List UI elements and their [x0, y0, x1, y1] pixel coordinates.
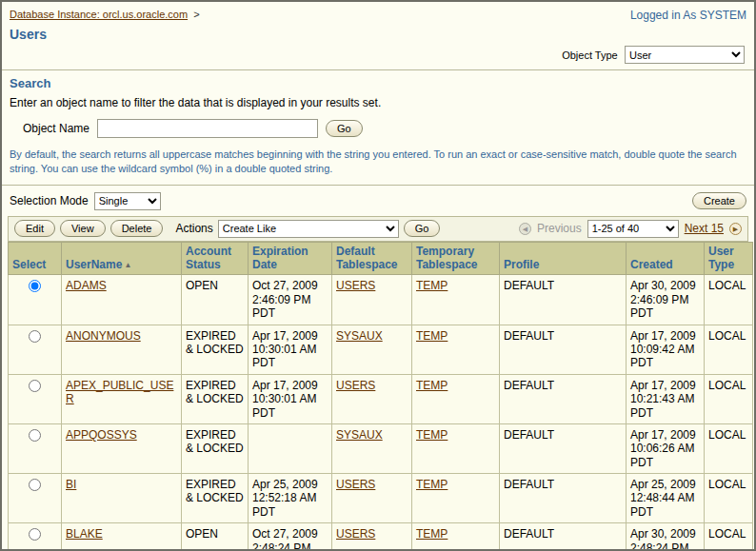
breadcrumb-database-instance-link[interactable]: Database Instance: orcl.us.oracle.com [10, 9, 188, 20]
cell-user-type: LOCAL [705, 325, 753, 374]
default-tablespace-link[interactable]: USERS [336, 527, 375, 541]
default-tablespace-link[interactable]: SYSAUX [336, 428, 383, 442]
object-type-label: Object Type [562, 49, 618, 61]
cell-username: APEX_PUBLIC_USER [62, 374, 182, 423]
search-description: Enter an object name to filter the data … [10, 96, 746, 109]
object-name-row: Object Name Go [10, 119, 746, 138]
delete-button[interactable]: Delete [110, 220, 164, 237]
cell-profile: DEFAULT [500, 374, 627, 423]
temporary-tablespace-link[interactable]: TEMP [416, 478, 448, 491]
cell-account-status: EXPIRED & LOCKED [182, 374, 249, 423]
cell-user-type: LOCAL [705, 523, 753, 551]
cell-temporary-tablespace: TEMP [412, 423, 500, 473]
cell-user-type: LOCAL [705, 374, 753, 423]
default-tablespace-link[interactable]: USERS [336, 478, 375, 491]
username-link[interactable]: BI [66, 478, 76, 491]
header-temporary-tablespace: Temporary Tablespace [412, 242, 500, 275]
object-type-row: Object Type User [2, 46, 754, 69]
row-select-radio[interactable] [29, 380, 41, 392]
cell-account-status: OPEN [182, 275, 249, 325]
row-select-radio[interactable] [29, 528, 41, 541]
table-header-row: Select UserName▲ Account Status Expirati… [9, 242, 753, 275]
cell-expiration-date: Apr 17, 2009 10:30:01 AM PDT [249, 374, 332, 423]
table-row: ANONYMOUS EXPIRED & LOCKED Apr 17, 2009 … [9, 325, 753, 374]
username-link[interactable]: APEX_PUBLIC_USER [66, 379, 173, 405]
actions-select[interactable]: Create Like [218, 220, 399, 238]
default-tablespace-link[interactable]: SYSAUX [336, 329, 383, 343]
next-page-link[interactable]: Next 15 [685, 222, 724, 235]
cell-default-tablespace: SYSAUX [332, 325, 412, 374]
default-tablespace-link[interactable]: USERS [336, 379, 375, 392]
cell-profile: DEFAULT [500, 523, 627, 551]
cell-created: Apr 17, 2009 10:06:26 AM PDT [627, 423, 705, 473]
cell-temporary-tablespace: TEMP [412, 523, 500, 551]
cell-profile: DEFAULT [500, 474, 627, 523]
header-username-label: UserName [66, 258, 122, 271]
cell-default-tablespace: USERS [332, 523, 412, 551]
search-section: Search Enter an object name to filter th… [2, 70, 754, 185]
temporary-tablespace-link[interactable]: TEMP [416, 428, 448, 442]
top-bar: Database Instance: orcl.us.oracle.com > … [2, 2, 754, 24]
cell-account-status: EXPIRED & LOCKED [182, 325, 249, 374]
view-button[interactable]: View [60, 220, 106, 237]
cell-account-status: EXPIRED & LOCKED [182, 474, 249, 523]
cell-user-type: LOCAL [705, 275, 753, 325]
username-link[interactable]: BLAKE [66, 527, 103, 541]
cell-select [9, 374, 62, 423]
next-page-icon[interactable]: ▶ [729, 223, 742, 235]
table-row: BLAKE OPEN Oct 27, 2009 2:48:24 PM PDT U… [9, 523, 753, 551]
row-select-radio[interactable] [29, 479, 41, 491]
selection-mode-row: Selection Mode Single Create [2, 186, 754, 216]
username-link[interactable]: ADAMS [66, 279, 107, 292]
cell-user-type: LOCAL [705, 423, 753, 473]
cell-expiration-date [249, 423, 332, 473]
selection-mode-label: Selection Mode [10, 194, 89, 207]
username-link[interactable]: APPQOSSYS [66, 428, 137, 442]
cell-username: ANONYMOUS [62, 325, 182, 374]
temporary-tablespace-link[interactable]: TEMP [416, 329, 448, 343]
table-row: ADAMS OPEN Oct 27, 2009 2:46:09 PM PDT U… [9, 275, 753, 325]
search-hint-text: By default, the search returns all upper… [10, 148, 746, 177]
cell-created: Apr 30, 2009 2:48:24 PM PDT [627, 523, 705, 551]
selection-mode-select[interactable]: Single [94, 192, 161, 210]
cell-expiration-date: Apr 17, 2009 10:30:01 AM PDT [249, 325, 332, 374]
default-tablespace-link[interactable]: USERS [336, 279, 375, 292]
temporary-tablespace-link[interactable]: TEMP [416, 279, 448, 292]
cell-profile: DEFAULT [500, 275, 627, 325]
edit-button[interactable]: Edit [14, 220, 55, 237]
record-range-select[interactable]: 1-25 of 40 [587, 220, 679, 238]
cell-created: Apr 17, 2009 10:21:43 AM PDT [627, 374, 705, 423]
row-select-radio[interactable] [29, 330, 41, 343]
header-default-tablespace: Default Tablespace [332, 242, 412, 275]
cell-expiration-date: Apr 25, 2009 12:52:18 AM PDT [249, 474, 332, 523]
header-profile: Profile [500, 242, 627, 275]
header-select: Select [9, 242, 62, 275]
actions-go-button[interactable]: Go [404, 220, 441, 237]
cell-username: BI [62, 474, 182, 523]
page-title: Users [2, 24, 754, 46]
cell-default-tablespace: USERS [332, 275, 412, 325]
cell-username: BLAKE [62, 523, 182, 551]
cell-select [9, 474, 62, 523]
cell-profile: DEFAULT [500, 325, 627, 374]
header-user-type: User Type [705, 242, 753, 275]
logged-in-as-text: Logged in As SYSTEM [630, 9, 746, 22]
cell-temporary-tablespace: TEMP [412, 275, 500, 325]
temporary-tablespace-link[interactable]: TEMP [416, 379, 448, 392]
row-select-radio[interactable] [29, 429, 41, 442]
object-type-select[interactable]: User [625, 46, 745, 64]
cell-select [9, 325, 62, 374]
create-button[interactable]: Create [692, 192, 746, 209]
users-table: Select UserName▲ Account Status Expirati… [8, 242, 753, 551]
row-select-radio[interactable] [29, 280, 41, 292]
header-expiration-date: Expiration Date [249, 242, 332, 275]
cell-username: ADAMS [62, 275, 182, 325]
header-username[interactable]: UserName▲ [62, 242, 182, 275]
header-created: Created [627, 242, 705, 275]
sort-ascending-icon: ▲ [124, 261, 131, 269]
object-name-label: Object Name [23, 122, 90, 135]
search-go-button[interactable]: Go [326, 120, 363, 137]
object-name-input[interactable] [97, 119, 318, 138]
username-link[interactable]: ANONYMOUS [66, 329, 141, 343]
temporary-tablespace-link[interactable]: TEMP [416, 527, 448, 541]
